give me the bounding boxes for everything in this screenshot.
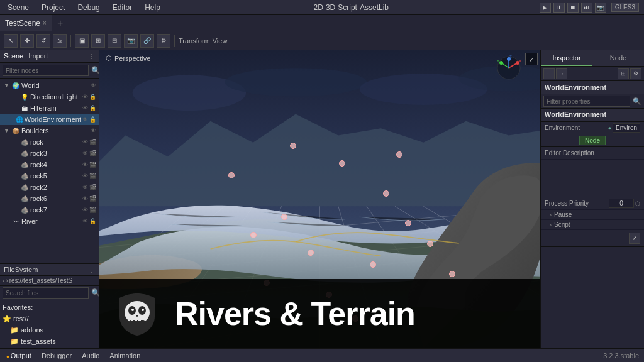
bottom-tab-audio[interactable]: Audio (80, 352, 101, 359)
perspective-icon: ⬡ (106, 54, 112, 62)
tree-node-icon: 🪨 (20, 173, 29, 180)
scene-tab-close[interactable]: × (43, 19, 47, 26)
tool5[interactable]: ▣ (75, 34, 89, 48)
scene-tree-item-rock2[interactable]: 🪨 rock2 👁🎬 (0, 182, 99, 193)
pause-property[interactable]: › Pause (541, 210, 644, 220)
filesystem-search-input[interactable] (3, 287, 89, 299)
scene-tree-item-rock[interactable]: 🪨 rock 👁🎬 (0, 136, 99, 148)
process-priority-stepper[interactable]: ⬡ (635, 200, 640, 207)
scene-tree-item-directionallight[interactable]: 💡 DirectionalLight 👁🔒 (0, 91, 99, 102)
move-tool[interactable]: ✥ (20, 34, 34, 48)
process-priority-label: Process Priority (545, 200, 606, 207)
mode-assetlib[interactable]: AssetLib (360, 3, 389, 12)
bottom-tab-output[interactable]: ●Output (5, 352, 33, 359)
environment-dropdown[interactable]: ● Environ (608, 123, 640, 133)
scene-tree-item-hterrain[interactable]: 🏔 HTerrain 👁🔒 (0, 102, 99, 114)
insp-back-btn[interactable]: ← (543, 68, 555, 79)
fullscreen-button[interactable]: ⤢ (525, 53, 538, 65)
environment-value[interactable]: Environ (613, 123, 640, 133)
insp-forward-btn[interactable]: → (556, 68, 567, 79)
menu-project[interactable]: Project (39, 2, 67, 13)
script-label: Script (554, 221, 570, 228)
fs-forward-icon[interactable]: › (6, 277, 8, 284)
svg-point-23 (142, 309, 144, 311)
scale-tool[interactable]: ⇲ (53, 34, 67, 48)
inspector-tab[interactable]: Inspector (541, 50, 592, 66)
menu-scene[interactable]: Scene (5, 2, 31, 13)
scene-tree-item-boulders[interactable]: ▼ 📦 Boulders 👁 (0, 125, 99, 136)
tree-visibility-icons: 👁🎬 (82, 195, 96, 202)
insp-settings-btn[interactable]: ⚙ (630, 68, 641, 79)
tool8[interactable]: 📷 (124, 34, 138, 48)
tree-visibility-icons: 👁🔒 (82, 116, 96, 123)
step-button[interactable]: ⏭ (581, 3, 592, 13)
mode-script[interactable]: Script (338, 3, 357, 12)
tree-node-icon: 🌍 (11, 82, 20, 89)
script-property[interactable]: › Script (541, 220, 644, 230)
scene-panel-options[interactable]: ⋮ (89, 53, 95, 60)
tree-node-label: River (21, 217, 81, 225)
svg-text:Z: Z (509, 55, 512, 58)
scene-filter-input[interactable] (3, 65, 89, 76)
scene-tree-item-rock4[interactable]: 🪨 rock4 👁🎬 (0, 159, 99, 170)
tree-visibility-icons: 👁🎬 (82, 139, 96, 145)
filesystem-options[interactable]: ⋮ (89, 266, 95, 273)
tool7[interactable]: ⊟ (108, 34, 121, 48)
menu-help[interactable]: Help (142, 2, 163, 13)
scene-tree-item-rock6[interactable]: 🪨 rock6 👁🎬 (0, 193, 99, 204)
fs-item-resroot[interactable]: ⭐ res:// (0, 313, 99, 324)
tool9[interactable]: 🔗 (140, 34, 154, 48)
fs-item-addons[interactable]: 📁 addons (0, 324, 99, 336)
tool10[interactable]: ⚙ (157, 34, 170, 48)
tree-arrow: ▼ (4, 82, 10, 89)
svg-point-2 (225, 68, 367, 96)
menu-editor[interactable]: Editor (110, 2, 135, 13)
viewport-label: ⬡ Perspective (106, 54, 150, 62)
scene-tree-item-world[interactable]: ▼ 🌍 World 👁 (0, 80, 99, 91)
menu-debug[interactable]: Debug (75, 2, 102, 13)
node-chip[interactable]: Node (579, 136, 606, 145)
node-tab[interactable]: Node (592, 50, 644, 66)
scene-panel-tab-scene[interactable]: Scene (4, 52, 23, 60)
view-label: View (213, 37, 228, 45)
viewport[interactable]: X Y Z ⬡ Perspective ⤢ (99, 50, 540, 348)
fs-back-icon[interactable]: ‹ (3, 277, 4, 284)
tree-visibility-icons: 👁🎬 (82, 184, 96, 190)
scene-panel-tab-import[interactable]: Import (28, 52, 48, 60)
playback-group: ▶ ⏸ ⏹ ⏭ 📷 (540, 3, 606, 13)
pause-button[interactable]: ⏸ (553, 3, 565, 13)
stop-button[interactable]: ⏹ (567, 3, 579, 13)
scene-tree-item-rock3[interactable]: 🪨 rock3 👁🎬 (0, 148, 99, 159)
play-button[interactable]: ▶ (540, 3, 551, 13)
movie-button[interactable]: 📷 (595, 3, 606, 13)
scene-tree-item-worldenvironment[interactable]: 🌐 WorldEnvironment 👁🔒 (0, 114, 99, 125)
tree-visibility-icons: 👁🎬 (82, 207, 96, 213)
bottom-tab-debugger[interactable]: Debugger (40, 352, 73, 359)
scene-panel-tabs: Scene Import (4, 52, 48, 60)
banner-text: Rivers & Terrain (175, 295, 415, 332)
inspector-filter-input[interactable] (543, 96, 630, 107)
sep1 (70, 35, 71, 47)
mode-3d[interactable]: 3D (326, 3, 335, 12)
bottom-bar: ●Output Debugger Audio Animation 3.2.3.s… (0, 348, 644, 362)
scene-tree: ▼ 🌍 World 👁 💡 DirectionalLight 👁🔒 🏔 HTer… (0, 79, 99, 263)
fs-folder-icon: 📁 (10, 337, 19, 346)
left-panel: Scene Import ⋮ 🔍 ▼ 🌍 World 👁 💡 Direction… (0, 50, 99, 348)
transform-label: Transform (179, 37, 210, 45)
insp-layout-btn[interactable]: ⊞ (618, 68, 629, 79)
tool6[interactable]: ⊞ (91, 34, 105, 48)
scene-tree-item-rock7[interactable]: 🪨 rock7 👁🎬 (0, 204, 99, 216)
bottom-tab-animation[interactable]: Animation (108, 352, 142, 359)
mode-2d[interactable]: 2D (314, 3, 323, 12)
insp-fullscreen-btn[interactable]: ⤢ (629, 233, 640, 244)
select-tool[interactable]: ↖ (4, 34, 18, 48)
scene-tree-item-river[interactable]: 〰 River 👁🔒 (0, 216, 99, 227)
process-priority-value[interactable]: 0 (609, 199, 634, 208)
tree-visibility-icons: 👁🎬 (82, 173, 96, 179)
scene-tree-item-rock5[interactable]: 🪨 rock5 👁🎬 (0, 170, 99, 182)
scene-tab-testscene[interactable]: TestScene × (0, 15, 52, 31)
svg-point-10 (499, 61, 503, 65)
fs-item-testassets[interactable]: 📁 test_assets (0, 336, 99, 347)
rotate-tool[interactable]: ↺ (36, 34, 50, 48)
add-tab-button[interactable]: + (52, 18, 68, 29)
